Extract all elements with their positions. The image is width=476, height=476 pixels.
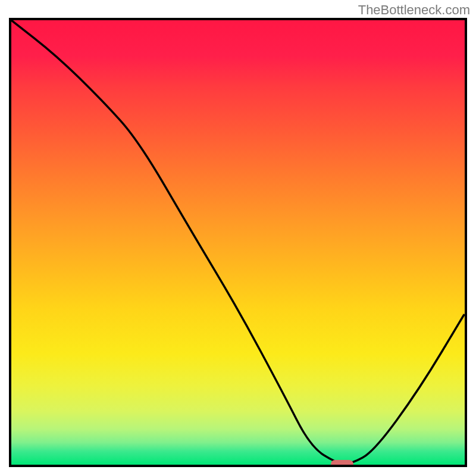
- bottleneck-chart: [9, 18, 467, 467]
- bottleneck-minimum-marker: [331, 460, 353, 468]
- watermark-text: TheBottleneck.com: [358, 2, 470, 18]
- bottleneck-curve-svg: [11, 20, 465, 465]
- bottleneck-curve-path: [11, 20, 465, 464]
